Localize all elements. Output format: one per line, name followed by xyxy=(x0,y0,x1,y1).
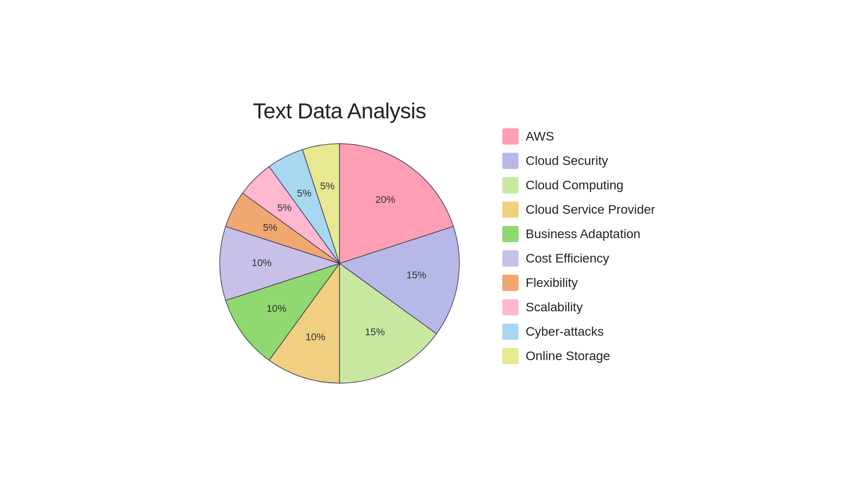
pie-label-flexibility: 5% xyxy=(263,221,277,233)
legend-color-cloud-computing xyxy=(502,177,519,193)
pie-label-cloud-service-provider: 10% xyxy=(306,331,326,342)
pie-label-cyber-attacks: 5% xyxy=(297,188,311,199)
legend-label-cloud-computing: Cloud Computing xyxy=(526,178,623,192)
legend-color-cloud-service-provider xyxy=(502,202,519,218)
legend-color-cyber-attacks xyxy=(502,324,519,340)
legend-item-business-adaptation: Business Adaptation xyxy=(502,226,655,242)
legend-item-online-storage: Online Storage xyxy=(502,348,655,364)
legend-color-cost-efficiency xyxy=(502,250,519,267)
legend-color-online-storage xyxy=(502,348,519,364)
legend-color-business-adaptation xyxy=(502,226,519,242)
legend-label-scalability: Scalability xyxy=(526,300,583,314)
legend-item-flexibility: Flexibility xyxy=(502,275,655,291)
pie-label-cloud-computing: 15% xyxy=(365,326,385,338)
legend-item-scalability: Scalability xyxy=(502,299,655,315)
legend-label-cloud-security: Cloud Security xyxy=(526,154,608,168)
legend-item-cloud-security: Cloud Security xyxy=(502,153,655,169)
legend-label-cost-efficiency: Cost Efficiency xyxy=(526,251,609,266)
pie-label-cloud-security: 15% xyxy=(406,269,426,280)
pie-label-scalability: 5% xyxy=(277,202,292,213)
pie-label-online-storage: 5% xyxy=(320,180,335,191)
legend-item-aws: AWS xyxy=(502,128,655,145)
legend-item-cyber-attacks: Cyber-attacks xyxy=(502,324,655,340)
legend-label-business-adaptation: Business Adaptation xyxy=(526,227,641,241)
legend-label-aws: AWS xyxy=(526,129,554,144)
legend-color-aws xyxy=(502,128,519,145)
chart-area: Text Data Analysis 20%15%15%10%10%10%5%5… xyxy=(213,99,466,390)
pie-label-aws: 20% xyxy=(375,194,395,205)
legend-label-flexibility: Flexibility xyxy=(526,276,578,290)
legend-label-cloud-service-provider: Cloud Service Provider xyxy=(526,202,655,217)
pie-chart: 20%15%15%10%10%10%5%5%5%5% xyxy=(213,137,466,390)
legend-color-scalability xyxy=(502,299,519,315)
chart-container: Text Data Analysis 20%15%15%10%10%10%5%5… xyxy=(213,99,655,390)
pie-label-business-adaptation: 10% xyxy=(266,303,286,314)
chart-title: Text Data Analysis xyxy=(253,99,426,123)
pie-label-cost-efficiency: 10% xyxy=(252,257,272,268)
legend-color-cloud-security xyxy=(502,153,519,169)
legend-color-flexibility xyxy=(502,275,519,291)
legend-item-cloud-computing: Cloud Computing xyxy=(502,177,655,193)
legend-item-cloud-service-provider: Cloud Service Provider xyxy=(502,202,655,218)
legend: AWSCloud SecurityCloud ComputingCloud Se… xyxy=(502,128,655,364)
legend-item-cost-efficiency: Cost Efficiency xyxy=(502,250,655,267)
legend-label-online-storage: Online Storage xyxy=(526,349,610,363)
legend-label-cyber-attacks: Cyber-attacks xyxy=(526,324,604,339)
